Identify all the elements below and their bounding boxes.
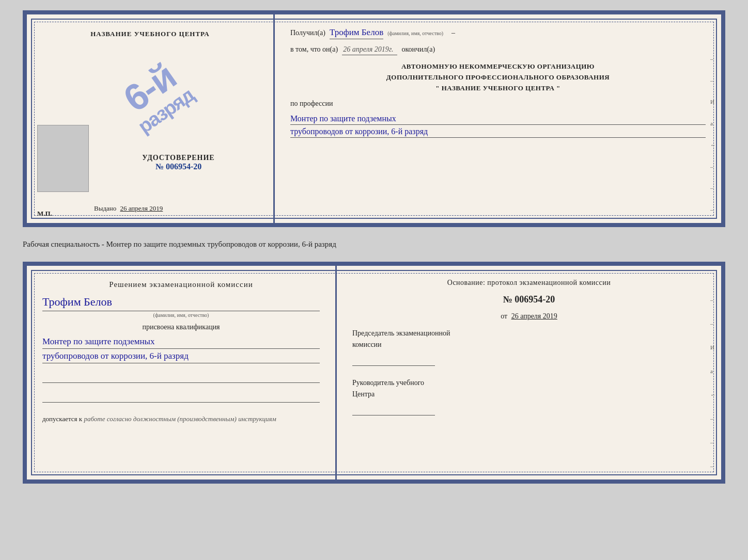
vtom-line: в том, что он(а) 26 апреля 2019г. окончи…: [290, 45, 706, 55]
udost-number: № 006954-20: [94, 162, 263, 171]
profession-line1: Монтер по защите подземных: [290, 114, 706, 125]
qual-line2: трубопроводов от коррозии, 6-й разряд: [42, 351, 320, 363]
rukovoditel-signature: [352, 400, 435, 415]
margin-dash4: –: [710, 185, 716, 191]
vydano-label: Выдано: [94, 204, 116, 212]
ot-date: 26 апреля 2019: [511, 312, 557, 320]
margin-a: а: [710, 120, 716, 126]
udost-block: УДОСТОВЕРЕНИЕ № 006954-20: [94, 154, 263, 171]
vtom-label: в том, что он(а): [290, 45, 338, 54]
rukovoditel-block: Руководитель учебного Центра: [352, 377, 706, 420]
bottom-cert-right: Основание: протокол экзаменационной коми…: [337, 266, 721, 479]
bottom-margin-dash4: –: [710, 439, 716, 445]
photo-placeholder: [37, 125, 89, 192]
udost-title: УДОСТОВЕРЕНИЕ: [94, 154, 263, 162]
stamp-text: 6-й разряд: [114, 54, 197, 136]
margin-dash1: –: [710, 56, 716, 62]
okonchil-label: окончил(а): [401, 45, 435, 54]
bottom-margin-arrow: ←: [710, 392, 716, 398]
ot-label: от: [501, 312, 507, 320]
top-cert-left: НАЗВАНИЕ УЧЕБНОГО ЦЕНТРА 6-й разряд УДОС…: [27, 14, 275, 223]
margin-dash3: –: [710, 164, 716, 170]
qual-block: Монтер по защите подземных трубопроводов…: [42, 337, 320, 365]
predsedatel-line1: Председатель экзаменационной: [352, 328, 706, 339]
predsedatel-line2: комиссии: [352, 339, 706, 350]
rukovoditel-line2: Центра: [352, 389, 706, 400]
margin-arrow: ←: [710, 142, 716, 148]
vydano-block: Выдано 26 апреля 2019: [94, 204, 163, 213]
org-line1: АВТОНОМНУЮ НЕКОММЕРЧЕСКУЮ ОРГАНИЗАЦИЮ: [290, 61, 706, 72]
margin-dash2: –: [710, 77, 716, 84]
osnovaniye-title: Основание: протокол экзаменационной коми…: [352, 279, 706, 287]
bottom-margin-dash2: –: [710, 321, 716, 327]
fio-hint: (фамилия, имя, отчество): [387, 30, 443, 36]
org-line2: ДОПОЛНИТЕЛЬНОГО ПРОФЕССИОНАЛЬНОГО ОБРАЗО…: [290, 72, 706, 83]
margin-i: И: [710, 99, 716, 105]
middle-text: Рабочая специальность - Монтер по защите…: [23, 235, 725, 253]
blank-line-1: [42, 373, 320, 383]
bottom-fio-handwritten: Трофим Белов: [42, 295, 320, 311]
dopusk-text: работе согласно должностным (производств…: [84, 415, 276, 423]
fio-handwritten: Трофим Белов: [330, 27, 383, 39]
org-block: АВТОНОМНУЮ НЕКОММЕРЧЕСКУЮ ОРГАНИЗАЦИЮ ДО…: [290, 61, 706, 93]
ot-date-block: от 26 апреля 2019: [352, 312, 706, 321]
dopuskaetsya-block: допускается к работе согласно должностны…: [42, 415, 320, 423]
mp-label: М.П.: [37, 210, 52, 218]
stamp-line2: разряд: [135, 85, 197, 136]
protocol-number: № 006954-20: [352, 294, 706, 305]
profession-line2: трубопроводов от коррозии, 6-й разряд: [290, 127, 706, 138]
top-certificate: НАЗВАНИЕ УЧЕБНОГО ЦЕНТРА 6-й разряд УДОС…: [23, 10, 725, 227]
bottom-margin-i: И: [710, 344, 716, 350]
top-cert-right: Получил(а) Трофим Белов (фамилия, имя, о…: [275, 14, 721, 223]
bottom-cert-left: Решением экзаменационной комиссии Трофим…: [27, 266, 337, 479]
bottom-certificate: Решением экзаменационной комиссии Трофим…: [23, 262, 725, 484]
profession-block: Монтер по защите подземных трубопроводов…: [290, 114, 706, 140]
bottom-margin-a: а: [710, 368, 716, 374]
poluchil-label: Получил(а): [290, 29, 325, 37]
date-handwritten: 26 апреля 2019г.: [342, 45, 397, 55]
right-margin-marks: – – И а ← – – –: [710, 56, 716, 213]
top-center-title: НАЗВАНИЕ УЧЕБНОГО ЦЕНТРА: [90, 30, 210, 38]
prisvoena-text: присвоена квалификация: [42, 323, 320, 331]
org-line3: " НАЗВАНИЕ УЧЕБНОГО ЦЕНТРА ": [290, 83, 706, 94]
poluchil-line: Получил(а) Трофим Белов (фамилия, имя, о…: [290, 27, 706, 39]
bottom-margin-dash1: –: [710, 297, 716, 303]
dash1: –: [451, 29, 455, 37]
bottom-margin-dash3: –: [710, 415, 716, 422]
bottom-margin-dash5: –: [710, 463, 716, 469]
bottom-fio-hint: (фамилия, имя, отчество): [42, 312, 320, 318]
vydano-date: 26 апреля 2019: [120, 204, 163, 212]
blank-line-2: [42, 392, 320, 403]
predsedatel-block: Председатель экзаменационной комиссии: [352, 328, 706, 370]
dopuskaetsya-label: допускается к: [42, 415, 82, 423]
rukovoditel-line1: Руководитель учебного: [352, 377, 706, 389]
bottom-right-margin-marks: – – И а ← – – –: [710, 297, 716, 469]
bottom-fio-block: Трофим Белов (фамилия, имя, отчество): [42, 295, 320, 318]
stamp-line1: 6-й: [116, 55, 183, 119]
margin-dash5: –: [710, 206, 716, 213]
po-professii-label: по профессии: [290, 100, 706, 108]
predsedatel-signature: [352, 350, 435, 366]
qual-line1: Монтер по защите подземных: [42, 337, 320, 349]
resheniyem-title: Решением экзаменационной комиссии: [42, 279, 320, 291]
